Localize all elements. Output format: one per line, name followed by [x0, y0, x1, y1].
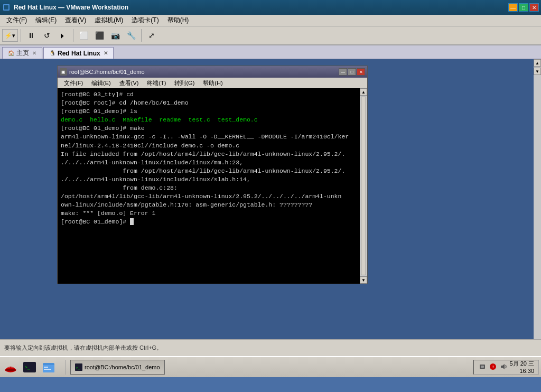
alert-icon: !: [489, 362, 497, 371]
term-line-2: [root@BC root]# cd /home/bc/01_demo: [61, 99, 357, 107]
vm-maximize[interactable]: □: [348, 68, 356, 76]
terminal-quick-icon[interactable]: >_: [21, 359, 38, 376]
toolbar-prefs[interactable]: 🔧: [124, 28, 138, 43]
svg-rect-9: [44, 369, 51, 370]
toolbar: ⚡ ▾ ⏸ ↺ ⏵ ⬜ ⬛ 📷 🔧 ⤢: [0, 26, 541, 45]
vm-close[interactable]: ✕: [357, 68, 365, 76]
taskbar-app-terminal[interactable]: >_ root@BC:/home/bc/01_demo: [70, 360, 165, 375]
menu-view[interactable]: 查看(V): [61, 15, 90, 26]
term-menu-file[interactable]: 文件(F): [60, 79, 87, 88]
menu-edit[interactable]: 编辑(E): [31, 15, 61, 26]
redhat-icon: [3, 360, 18, 375]
svg-text:>_: >_: [76, 366, 80, 370]
scroll-down[interactable]: ▼: [534, 68, 541, 75]
toolbar-separator-1: [21, 29, 21, 42]
minimize-button[interactable]: —: [508, 3, 518, 12]
term-line-6: arm4l-unknown-linux-gcc -c -I.. -Wall -O…: [61, 133, 357, 141]
term-line-4: demo.c hello.c Makefile readme test.c te…: [61, 116, 357, 124]
window-controls: — □ ✕: [508, 3, 539, 12]
term-line-11: ./../../arm4l-unknown-linux/include/linu…: [61, 175, 357, 184]
svg-rect-1: [4, 5, 8, 10]
tab-redhat-label: Red Hat Linux: [58, 50, 100, 57]
tab-redhat[interactable]: 🐧 Red Hat Linux ✕: [43, 47, 114, 59]
status-text: 要将输入定向到该虚拟机，请在虚拟机内部单击或按 Ctrl+G。: [4, 344, 537, 352]
svg-point-3: [5, 369, 16, 371]
scroll-up[interactable]: ▲: [534, 59, 541, 67]
vm-title-bar: ▣ root@BC:/home/bc/01_demo — □ ✕: [58, 66, 367, 78]
term-line-5: [root@BC 01_demo]# make: [61, 124, 357, 133]
system-tray: ! 5月 20 三 16:30: [473, 360, 539, 375]
toolbar-reset[interactable]: ↺: [40, 28, 54, 43]
system-clock: 5月 20 三 16:30: [510, 360, 534, 375]
toolbar-split[interactable]: ⬛: [92, 28, 107, 43]
taskbar-right: ! 5月 20 三 16:30: [473, 360, 539, 375]
term-line-3: [root@BC 01_demo]# ls: [61, 107, 357, 116]
status-bar: 要将输入定向到该虚拟机，请在虚拟机内部单击或按 Ctrl+G。: [0, 339, 541, 356]
terminal-scrollbar[interactable]: ▲ ▼: [360, 88, 367, 284]
term-menu-help[interactable]: 帮助(H): [199, 79, 227, 88]
redhat-tab-icon: 🐧: [49, 50, 55, 56]
menu-vm[interactable]: 虚拟机(M): [90, 15, 127, 26]
term-line-cursor: [root@BC 01_demo]#: [61, 218, 357, 226]
term-menu-goto[interactable]: 转到(G): [170, 79, 199, 88]
dropdown-arrow: ▾: [12, 32, 15, 39]
term-scroll-thumb: [361, 97, 366, 275]
toolbar-suspend[interactable]: ⏸: [24, 28, 39, 43]
menu-help[interactable]: 帮助(H): [163, 15, 193, 26]
menu-file[interactable]: 文件(F): [2, 15, 31, 26]
title-bar: Red Hat Linux — VMware Workstation — □ ✕: [0, 0, 541, 15]
toolbar-fullscreen[interactable]: ⬜: [76, 28, 91, 43]
menu-tab[interactable]: 选项卡(T): [127, 15, 163, 26]
tab-redhat-close[interactable]: ✕: [104, 50, 108, 56]
vm-minimize[interactable]: —: [339, 68, 347, 76]
files-icon: [41, 360, 56, 375]
main-scrollbar[interactable]: ▲ ▼: [534, 59, 541, 339]
svg-text:!: !: [492, 365, 494, 369]
term-scroll-up[interactable]: ▲: [360, 88, 367, 96]
maximize-button[interactable]: □: [519, 3, 528, 12]
taskbar-app-label: root@BC:/home/bc/01_demo: [85, 364, 160, 370]
clock-time: 16:30: [510, 367, 534, 375]
toolbar-expand[interactable]: ⤢: [144, 28, 159, 43]
terminal-icon: >_: [22, 360, 37, 375]
clock-date: 5月 20 三: [510, 360, 534, 367]
term-line-10: from /opt/host/arm4l/lib/gcc-lib/arm4l-u…: [61, 167, 357, 175]
terminal-menu: 文件(F) 编辑(E) 查看(V) 终端(T) 转到(G) 帮助(H): [58, 78, 367, 88]
taskbar-terminal-icon: >_: [75, 363, 82, 371]
term-menu-terminal[interactable]: 终端(T): [143, 79, 170, 88]
network-icon: [478, 362, 487, 371]
vm-window: ▣ root@BC:/home/bc/01_demo — □ ✕ 文件(F) 编…: [57, 66, 368, 284]
toolbar-stop[interactable]: ⏵: [55, 28, 70, 43]
files-quick-icon[interactable]: [40, 359, 57, 376]
term-line-13: /opt/host/arm4l/lib/gcc-lib/arm4l-unknow…: [61, 192, 357, 201]
redhat-start-button[interactable]: [2, 359, 19, 376]
tab-home-close[interactable]: ✕: [32, 50, 36, 56]
network-tray-icon: [478, 362, 487, 372]
vm-window-controls: — □ ✕: [339, 68, 365, 76]
term-line-9: ./../../arm4l-unknown-linux/include/linu…: [61, 158, 357, 167]
term-line-12: from demo.c:28:: [61, 184, 357, 192]
term-line-1: [root@BC 03_tty]# cd: [61, 90, 357, 99]
term-menu-edit[interactable]: 编辑(E): [87, 79, 115, 88]
taskbar: >_ >_ root@BC:/home/bc/01_demo: [0, 356, 541, 377]
close-button[interactable]: ✕: [529, 3, 539, 12]
volume-icon: [499, 362, 508, 371]
term-scroll-down[interactable]: ▼: [360, 276, 367, 284]
toolbar-dropdown-1[interactable]: ⚡ ▾: [2, 29, 18, 42]
svg-rect-8: [44, 367, 48, 368]
main-area: ▲ ▼ ▣ root@BC:/home/bc/01_demo — □ ✕ 文件(…: [0, 59, 541, 339]
term-menu-view[interactable]: 查看(V): [115, 79, 143, 88]
toolbar-snap[interactable]: 📷: [108, 28, 123, 43]
term-line-7: nel/linux-2.4.18-2410cl//include demo.c …: [61, 142, 357, 150]
taskbar-separator: [66, 360, 66, 375]
svg-text:>_: >_: [25, 365, 30, 370]
terminal-cursor: [130, 218, 134, 225]
terminal-output[interactable]: [root@BC 03_tty]# cd [root@BC root]# cd …: [58, 88, 360, 284]
terminal-container: [root@BC 03_tty]# cd [root@BC root]# cd …: [58, 88, 367, 284]
taskbar-quick-launch: >_: [2, 359, 57, 376]
term-line-15: make: *** [demo.o] Error 1: [61, 209, 357, 218]
tab-home[interactable]: 🏠 主页 ✕: [2, 47, 42, 59]
dropdown-icon: ⚡: [5, 32, 12, 39]
toolbar-separator-3: [141, 29, 142, 42]
tab-bar: 🏠 主页 ✕ 🐧 Red Hat Linux ✕: [0, 45, 541, 59]
